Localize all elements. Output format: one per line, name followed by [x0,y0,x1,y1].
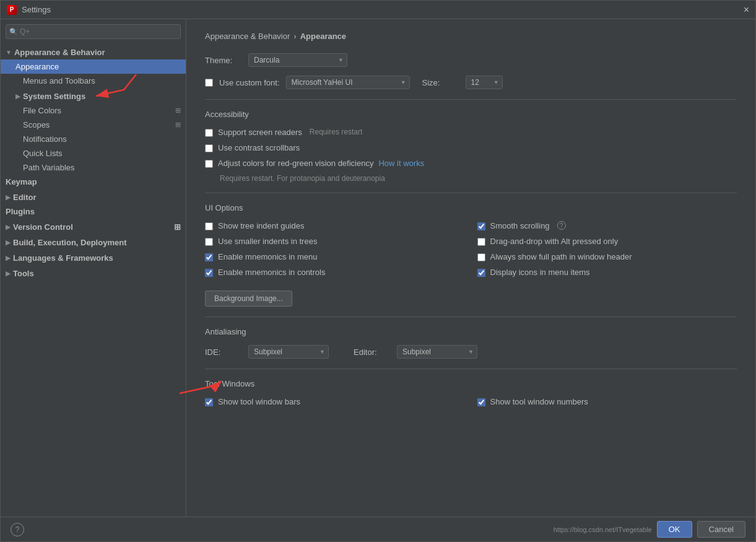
sidebar-item-languages-frameworks[interactable]: ▶ Languages & Frameworks [1,250,186,265]
font-row: Use custom font: Microsoft YaHei UI Size… [205,76,737,89]
smaller-indents-checkbox[interactable] [205,238,213,246]
search-icon: 🔍 [9,28,18,36]
show-tool-numbers-label: Show tool window numbers [490,397,588,406]
window-title: Settings [22,5,744,14]
sidebar-item-path-variables[interactable]: Path Variables [1,160,186,175]
show-tool-bars-row: Show tool window bars [205,397,465,406]
display-icons-checkbox[interactable] [477,269,485,277]
size-select-wrapper[interactable]: 12 [466,76,503,89]
sidebar-item-editor[interactable]: ▶ Editor [1,189,186,204]
theme-row: Theme: Darcula [205,53,737,67]
ui-options-grid: Show tree indent guides Use smaller inde… [205,221,737,283]
requires-restart-note: Requires restart [310,128,362,136]
cancel-button[interactable]: Cancel [697,521,745,538]
appearance-behavior-section: ▼ Appearance & Behavior Appearance Menus… [1,44,186,175]
sidebar-item-appearance[interactable]: Appearance [1,59,186,74]
how-it-works-link[interactable]: How it works [378,159,424,168]
ide-select-wrapper[interactable]: Subpixel [248,345,329,359]
editor-antialiasing-select[interactable]: Subpixel [397,345,477,359]
background-image-button[interactable]: Background Image... [205,291,292,307]
ui-options-right: Smooth scrolling ? Drag-and-drop with Al… [477,221,737,283]
help-button[interactable]: ? [11,523,24,536]
show-tree-indent-checkbox[interactable] [205,222,213,230]
sidebar-item-notifications[interactable]: Notifications [1,132,186,146]
search-input[interactable] [6,24,181,39]
show-tool-bars-label: Show tool window bars [218,397,300,406]
breadcrumb-separator: › [293,32,296,41]
font-select-wrapper[interactable]: Microsoft YaHei UI [286,76,410,89]
title-bar: P Settings × [1,1,755,19]
smaller-indents-label: Use smaller indents in trees [218,237,317,246]
mnemonics-menu-checkbox[interactable] [205,253,213,261]
smooth-scrolling-help-icon[interactable]: ? [557,221,566,230]
file-colors-icon: ⊞ [175,107,181,115]
support-readers-label: Support screen readers [218,128,302,137]
adjust-colors-label: Adjust colors for red-green vision defic… [218,159,373,168]
tools-arrow-icon: ▶ [6,270,11,277]
ide-antialiasing-select[interactable]: Subpixel [248,345,329,359]
sidebar-item-file-colors[interactable]: File Colors ⊞ [1,103,186,118]
custom-font-label: Use custom font: [219,78,280,87]
show-tool-bars-checkbox[interactable] [205,398,213,406]
display-icons-row: Display icons in menu items [477,268,737,277]
drag-drop-row: Drag-and-drop with Alt pressed only [477,237,737,246]
ui-options-title: UI Options [205,203,737,212]
adjust-colors-row: Adjust colors for red-green vision defic… [205,159,737,168]
sidebar-item-menus-toolbars[interactable]: Menus and Toolbars [1,74,186,88]
custom-font-checkbox[interactable] [205,79,213,87]
sidebar-group-label: Appearance & Behavior [14,48,105,57]
sidebar-group-appearance-behavior[interactable]: ▼ Appearance & Behavior [1,44,186,59]
sidebar-item-version-control[interactable]: ▶ Version Control ⊞ [1,219,186,234]
adjust-colors-sub: Requires restart. For protanopia and deu… [220,174,737,183]
sidebar-item-build-execution[interactable]: ▶ Build, Execution, Deployment [1,234,186,250]
sidebar-item-plugins[interactable]: Plugins [1,204,186,219]
smooth-scrolling-row: Smooth scrolling ? [477,221,737,230]
smooth-scrolling-label: Smooth scrolling [490,221,550,230]
sidebar-item-scopes[interactable]: Scopes ⊞ [1,118,186,132]
bottom-right: https://blog.csdn.net/ITvegetable OK Can… [554,521,745,538]
show-tool-numbers-row: Show tool window numbers [477,397,737,406]
version-control-icon: ⊞ [174,222,181,232]
sidebar-item-system-settings[interactable]: ▶ System Settings [1,88,186,103]
divider-4 [205,369,737,369]
close-button[interactable]: × [744,4,749,15]
search-box[interactable]: 🔍 [6,24,181,39]
always-show-path-label: Always show full path in window header [490,252,632,261]
divider-3 [205,317,737,317]
support-readers-row: Support screen readers Requires restart [205,128,737,137]
show-tree-indent-row: Show tree indent guides [205,221,465,230]
editor-select-wrapper[interactable]: Subpixel [397,345,477,359]
expand-arrow-icon: ▼ [6,49,12,56]
scopes-icon: ⊞ [175,121,181,129]
display-icons-label: Display icons in menu items [490,268,590,277]
smaller-indents-row: Use smaller indents in trees [205,237,465,246]
always-show-path-checkbox[interactable] [477,253,485,261]
ok-button[interactable]: OK [657,521,692,538]
mnemonics-controls-row: Enable mnemonics in controls [205,268,465,277]
size-select[interactable]: 12 [466,76,503,89]
sidebar-item-tools[interactable]: ▶ Tools [1,265,186,281]
tool-windows-title: Tool Windows [205,379,737,388]
ide-label: IDE: [205,347,242,357]
contrast-scrollbars-label: Use contrast scrollbars [218,143,300,152]
sidebar-item-keymap[interactable]: Keymap [1,175,186,189]
antialiasing-title: Antialiasing [205,327,737,336]
contrast-scrollbars-checkbox[interactable] [205,144,213,152]
mnemonics-controls-label: Enable mnemonics in controls [218,268,325,277]
breadcrumb-parent: Appearance & Behavior [205,32,290,41]
drag-drop-checkbox[interactable] [477,238,485,246]
accessibility-title: Accessibility [205,110,737,119]
theme-select[interactable]: Darcula [248,53,347,67]
breadcrumb-current: Appearance [300,32,346,41]
always-show-path-row: Always show full path in window header [477,252,737,261]
font-select[interactable]: Microsoft YaHei UI [286,76,410,89]
mnemonics-controls-checkbox[interactable] [205,269,213,277]
ui-options-left: Show tree indent guides Use smaller inde… [205,221,465,283]
show-tool-numbers-checkbox[interactable] [477,398,485,406]
mnemonics-menu-label: Enable mnemonics in menu [218,252,317,261]
sidebar-item-quick-lists[interactable]: Quick Lists [1,146,186,160]
support-readers-checkbox[interactable] [205,129,213,137]
adjust-colors-checkbox[interactable] [205,160,213,168]
smooth-scrolling-checkbox[interactable] [477,222,485,230]
theme-select-wrapper[interactable]: Darcula [248,53,347,67]
